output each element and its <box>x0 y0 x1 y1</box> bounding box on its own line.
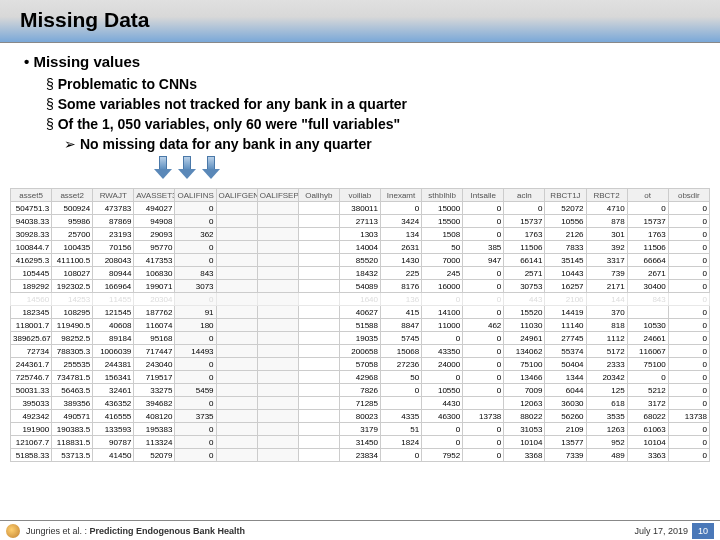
table-header-cell: ot <box>627 189 668 202</box>
table-cell <box>216 202 257 215</box>
table-row: 1456014253114552030401640136004432106144… <box>11 293 710 306</box>
table-row: 51858.3353713.54145052079023834079520336… <box>11 449 710 462</box>
table-cell: 52079 <box>134 449 175 462</box>
table-cell <box>257 449 298 462</box>
table-header-cell: OALIFSEP <box>257 189 298 202</box>
table-cell: 7000 <box>422 254 463 267</box>
table-cell: 0 <box>175 293 216 306</box>
table-cell: 6044 <box>545 384 586 397</box>
table-cell: 11030 <box>504 319 545 332</box>
table-cell: 208043 <box>93 254 134 267</box>
table-cell: 473783 <box>93 202 134 215</box>
table-cell: 98252.5 <box>52 332 93 345</box>
table-row: 4923424905714165554081203735800234335463… <box>11 410 710 423</box>
table-cell: 301 <box>586 228 627 241</box>
table-cell: 2109 <box>545 423 586 436</box>
table-cell: 57058 <box>339 358 380 371</box>
table-cell: 0 <box>175 371 216 384</box>
table-cell: 1763 <box>627 228 668 241</box>
table-cell: 0 <box>668 267 709 280</box>
table-cell: 24661 <box>627 332 668 345</box>
table-cell <box>298 345 339 358</box>
table-cell: 395033 <box>11 397 52 410</box>
table-row: 1054451080278094410683084318432225245025… <box>11 267 710 280</box>
table-cell <box>298 254 339 267</box>
table-cell: 0 <box>175 397 216 410</box>
table-cell: 0 <box>668 293 709 306</box>
table-cell: 14560 <box>11 293 52 306</box>
table-cell: 3317 <box>586 254 627 267</box>
table-cell: 15737 <box>504 215 545 228</box>
table-cell: 190383.5 <box>52 423 93 436</box>
table-cell: 411100.5 <box>52 254 93 267</box>
table-cell <box>257 293 298 306</box>
table-cell: 23193 <box>93 228 134 241</box>
table-cell: 5459 <box>175 384 216 397</box>
table-cell <box>257 215 298 228</box>
table-cell: 3368 <box>504 449 545 462</box>
table-cell: 20304 <box>134 293 175 306</box>
table-cell: 80023 <box>339 410 380 423</box>
table-cell: 50 <box>422 241 463 254</box>
table-cell <box>298 397 339 410</box>
table-cell: 13577 <box>545 436 586 449</box>
footer: Jungries et al. : Predicting Endogenous … <box>0 520 720 540</box>
table-cell: 0 <box>463 202 504 215</box>
table-cell <box>216 410 257 423</box>
table-cell: 3535 <box>586 410 627 423</box>
bullet-arrow: No missing data for any bank in any quar… <box>64 136 696 152</box>
table-cell: 51588 <box>339 319 380 332</box>
table-cell: 0 <box>668 319 709 332</box>
table-header-cell: sthblhlb <box>422 189 463 202</box>
table-cell: 0 <box>463 436 504 449</box>
table-cell: 108027 <box>52 267 93 280</box>
table-cell: 10556 <box>545 215 586 228</box>
table-cell: 500924 <box>52 202 93 215</box>
table-cell <box>216 436 257 449</box>
table-cell: 11455 <box>93 293 134 306</box>
table-header-cell: voiliab <box>339 189 380 202</box>
table-cell: 30400 <box>627 280 668 293</box>
table-cell: 66141 <box>504 254 545 267</box>
table-cell: 0 <box>175 215 216 228</box>
table-cell: 19035 <box>339 332 380 345</box>
table-cell: 818 <box>586 319 627 332</box>
table-cell: 42968 <box>339 371 380 384</box>
table-cell <box>257 332 298 345</box>
table-cell: 51858.33 <box>11 449 52 462</box>
footer-page: 10 <box>692 523 714 539</box>
table-cell: 2631 <box>380 241 421 254</box>
table-cell: 0 <box>463 215 504 228</box>
table-cell: 30928.33 <box>11 228 52 241</box>
table-cell: 13466 <box>504 371 545 384</box>
table-cell: 389356 <box>52 397 93 410</box>
table-cell: 2126 <box>545 228 586 241</box>
arrow-down-icon <box>178 156 196 180</box>
table-cell: 118001.7 <box>11 319 52 332</box>
content-area: Missing values Problematic to CNNs Some … <box>0 43 720 188</box>
table-cell <box>216 332 257 345</box>
table-header-cell: Oalihyb <box>298 189 339 202</box>
table-cell: 11506 <box>504 241 545 254</box>
table-cell: 32461 <box>93 384 134 397</box>
table-cell: 12063 <box>504 397 545 410</box>
table-cell: 94908 <box>134 215 175 228</box>
table-cell: 0 <box>463 306 504 319</box>
table-cell <box>380 397 421 410</box>
table-cell: 14253 <box>52 293 93 306</box>
table-cell: 0 <box>463 358 504 371</box>
table-cell: 2171 <box>586 280 627 293</box>
table-cell: 30753 <box>504 280 545 293</box>
table-cell: 4430 <box>422 397 463 410</box>
table-cell: 75100 <box>627 358 668 371</box>
table-cell <box>298 384 339 397</box>
table-cell: 10104 <box>504 436 545 449</box>
table-cell: 106830 <box>134 267 175 280</box>
table-cell: 0 <box>463 293 504 306</box>
table-cell: 199071 <box>134 280 175 293</box>
table-cell: 189292 <box>11 280 52 293</box>
table-cell: 13738 <box>463 410 504 423</box>
table-cell: 16257 <box>545 280 586 293</box>
table-row: 191900190383.513359319538303179510031053… <box>11 423 710 436</box>
table-cell: 3735 <box>175 410 216 423</box>
